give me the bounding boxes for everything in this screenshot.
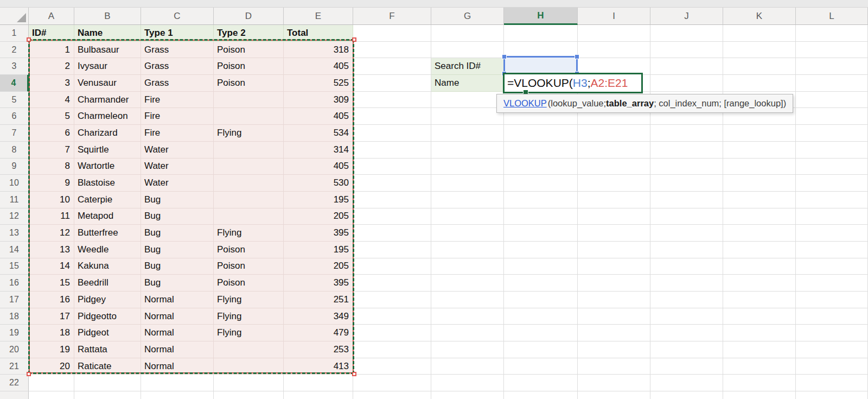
range-handle-top-right[interactable] xyxy=(352,37,356,42)
cell-J2[interactable] xyxy=(650,42,723,59)
cell-F22[interactable] xyxy=(353,375,431,391)
cell-A10[interactable]: 9 xyxy=(29,175,74,192)
cell-I1[interactable] xyxy=(578,25,650,42)
cell-K17[interactable] xyxy=(723,292,796,308)
cell-A1[interactable]: ID# xyxy=(29,25,74,42)
cell-B8[interactable]: Squirtle xyxy=(74,142,141,159)
cell-D12[interactable] xyxy=(214,208,284,225)
cell-D19[interactable]: Flying xyxy=(214,325,284,341)
cell-I10[interactable] xyxy=(578,175,650,192)
cell-B16[interactable]: Beedrill xyxy=(74,275,141,292)
cell-A21[interactable]: 20 xyxy=(29,358,74,375)
cell-K22[interactable] xyxy=(723,375,796,391)
cell-B2[interactable]: Bulbasaur xyxy=(74,42,141,59)
cell-B3[interactable]: Ivysaur xyxy=(74,58,141,75)
column-header-K[interactable]: K xyxy=(723,8,796,25)
cell-C13[interactable]: Bug xyxy=(141,225,214,242)
cell-E7[interactable]: 534 xyxy=(284,125,353,142)
cell-L19[interactable] xyxy=(796,325,868,341)
cell-F6[interactable] xyxy=(353,108,431,125)
cell-D18[interactable]: Flying xyxy=(214,308,284,325)
cell-L5[interactable] xyxy=(796,92,868,109)
cell-E15[interactable]: 205 xyxy=(284,258,353,275)
cell-I12[interactable] xyxy=(578,208,650,225)
cell-F4[interactable] xyxy=(353,75,431,92)
cell-A16[interactable]: 15 xyxy=(29,275,74,292)
row-header-21[interactable]: 21 xyxy=(0,358,29,375)
cell-F21[interactable] xyxy=(353,358,431,375)
cell-I21[interactable] xyxy=(578,358,650,375)
cell-A22[interactable] xyxy=(29,375,74,391)
cell-K14[interactable] xyxy=(723,242,796,258)
column-header-B[interactable]: B xyxy=(74,8,141,25)
cell-K8[interactable] xyxy=(723,142,796,159)
cell-D5[interactable] xyxy=(214,92,284,109)
cell-I11[interactable] xyxy=(578,192,650,208)
cell-D1[interactable]: Type 2 xyxy=(214,25,284,42)
cell-L11[interactable] xyxy=(796,192,868,208)
cell-C23[interactable] xyxy=(141,391,214,399)
cell-C12[interactable]: Bug xyxy=(141,208,214,225)
cell-G8[interactable] xyxy=(431,142,504,159)
cell-A19[interactable]: 18 xyxy=(29,325,74,341)
cell-H19[interactable] xyxy=(504,325,578,341)
cell-A13[interactable]: 12 xyxy=(29,225,74,242)
row-header-18[interactable]: 18 xyxy=(0,308,29,325)
cell-J12[interactable] xyxy=(650,208,723,225)
cell-I15[interactable] xyxy=(578,258,650,275)
cell-E2[interactable]: 318 xyxy=(284,42,353,59)
cell-D14[interactable]: Poison xyxy=(214,242,284,258)
cell-A4[interactable]: 3 xyxy=(29,75,74,92)
row-header-7[interactable]: 7 xyxy=(0,125,29,142)
cell-C15[interactable]: Bug xyxy=(141,258,214,275)
cell-F19[interactable] xyxy=(353,325,431,341)
cell-B21[interactable]: Raticate xyxy=(74,358,141,375)
cell-I14[interactable] xyxy=(578,242,650,258)
cell-E8[interactable]: 314 xyxy=(284,142,353,159)
cell-C7[interactable]: Fire xyxy=(141,125,214,142)
cell-B12[interactable]: Metapod xyxy=(74,208,141,225)
column-header-L[interactable]: L xyxy=(796,8,868,25)
cell-J1[interactable] xyxy=(650,25,723,42)
cell-C2[interactable]: Grass xyxy=(141,42,214,59)
formula-edit-box[interactable]: =VLOOKUP(H3;A2:E21 xyxy=(503,73,643,93)
cell-L22[interactable] xyxy=(796,375,868,391)
cell-C8[interactable]: Water xyxy=(141,142,214,159)
column-header-H[interactable]: H xyxy=(504,8,578,25)
cell-D2[interactable]: Poison xyxy=(214,42,284,59)
cell-K11[interactable] xyxy=(723,192,796,208)
column-header-D[interactable]: D xyxy=(214,8,284,25)
cell-B20[interactable]: Rattata xyxy=(74,341,141,358)
cell-I9[interactable] xyxy=(578,159,650,175)
cell-L23[interactable] xyxy=(796,391,868,399)
cell-C21[interactable]: Normal xyxy=(141,358,214,375)
cell-H7[interactable] xyxy=(504,125,578,142)
cell-K2[interactable] xyxy=(723,42,796,59)
cell-G6[interactable] xyxy=(431,108,504,125)
cell-F17[interactable] xyxy=(353,292,431,308)
cell-C14[interactable]: Bug xyxy=(141,242,214,258)
cell-D10[interactable] xyxy=(214,175,284,192)
cell-F7[interactable] xyxy=(353,125,431,142)
cell-B10[interactable]: Blastoise xyxy=(74,175,141,192)
cell-K4[interactable] xyxy=(723,75,796,92)
cell-K7[interactable] xyxy=(723,125,796,142)
cell-D17[interactable]: Flying xyxy=(214,292,284,308)
cell-F23[interactable] xyxy=(353,391,431,399)
cell-B5[interactable]: Charmander xyxy=(74,92,141,109)
cell-C18[interactable]: Normal xyxy=(141,308,214,325)
cell-G5[interactable] xyxy=(431,92,504,109)
cell-K1[interactable] xyxy=(723,25,796,42)
cell-C11[interactable]: Bug xyxy=(141,192,214,208)
row-header-6[interactable]: 6 xyxy=(0,108,29,125)
cell-B1[interactable]: Name xyxy=(74,25,141,42)
cell-E22[interactable] xyxy=(284,375,353,391)
cell-A6[interactable]: 5 xyxy=(29,108,74,125)
cell-G3[interactable]: Search ID# xyxy=(431,58,504,75)
cell-J15[interactable] xyxy=(650,258,723,275)
cell-J23[interactable] xyxy=(650,391,723,399)
cell-E13[interactable]: 395 xyxy=(284,225,353,242)
cell-K10[interactable] xyxy=(723,175,796,192)
cell-A15[interactable]: 14 xyxy=(29,258,74,275)
cell-B14[interactable]: Weedle xyxy=(74,242,141,258)
